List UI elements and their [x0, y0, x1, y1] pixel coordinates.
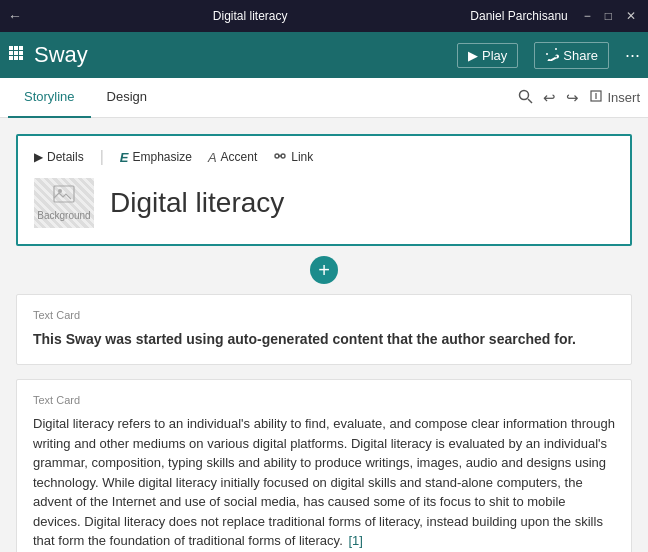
svg-rect-1 — [14, 46, 18, 50]
title-card: ▶ Details | E Emphasize A Accent Link — [16, 134, 632, 246]
svg-rect-3 — [9, 51, 13, 55]
insert-button[interactable]: Insert — [589, 89, 640, 106]
title-bar: ← Digital literacy Daniel Parchisanu − □… — [0, 0, 648, 32]
main-title[interactable]: Digital literacy — [110, 187, 284, 219]
window-title: Digital literacy — [30, 9, 470, 23]
tab-design[interactable]: Design — [91, 78, 163, 118]
details-arrow-icon: ▶ — [34, 150, 43, 164]
emphasize-icon: E — [120, 150, 129, 165]
accent-label: Accent — [221, 150, 258, 164]
text-card-1-content[interactable]: This Sway was started using auto-generat… — [33, 329, 615, 350]
undo-icon[interactable]: ↩ — [543, 89, 556, 107]
restore-button[interactable]: □ — [601, 9, 616, 23]
close-button[interactable]: ✕ — [622, 9, 640, 23]
text-card-2: Text Card Digital literacy refers to an … — [16, 379, 632, 552]
grid-icon[interactable] — [8, 45, 24, 65]
details-label: Details — [47, 150, 84, 164]
text-card-1-label: Text Card — [33, 309, 615, 321]
main-content[interactable]: ▶ Details | E Emphasize A Accent Link — [0, 118, 648, 552]
link-icon — [273, 150, 287, 164]
svg-rect-0 — [9, 46, 13, 50]
svg-rect-7 — [14, 56, 18, 60]
app-actions: ▶ Play Share ··· — [457, 42, 640, 69]
svg-line-10 — [528, 99, 532, 103]
insert-icon — [589, 89, 603, 106]
redo-icon[interactable]: ↪ — [566, 89, 579, 107]
background-thumbnail[interactable]: Background — [34, 178, 94, 228]
emphasize-button[interactable]: E Emphasize — [120, 150, 192, 165]
app-logo: Sway — [34, 42, 88, 68]
more-button[interactable]: ··· — [625, 45, 640, 66]
background-label: Background — [37, 210, 90, 221]
link-button[interactable]: Link — [273, 150, 313, 164]
tab-bar: Storyline Design ↩ ↪ Insert — [0, 78, 648, 118]
citation-link[interactable]: [1] — [348, 533, 362, 548]
tab-actions: ↩ ↪ Insert — [518, 89, 640, 107]
back-button[interactable]: ← — [8, 8, 22, 24]
svg-rect-6 — [9, 56, 13, 60]
details-button[interactable]: ▶ Details — [34, 150, 84, 164]
minimize-button[interactable]: − — [580, 9, 595, 23]
share-icon — [545, 47, 559, 64]
share-button[interactable]: Share — [534, 42, 609, 69]
accent-button[interactable]: A Accent — [208, 150, 257, 165]
text-card-1: Text Card This Sway was started using au… — [16, 294, 632, 365]
window-controls: − □ ✕ — [580, 9, 640, 23]
text-card-2-label: Text Card — [33, 394, 615, 406]
svg-rect-5 — [19, 51, 23, 55]
tab-storyline[interactable]: Storyline — [8, 78, 91, 118]
svg-rect-13 — [54, 186, 74, 202]
svg-rect-2 — [19, 46, 23, 50]
link-label: Link — [291, 150, 313, 164]
card-toolbar: ▶ Details | E Emphasize A Accent Link — [34, 148, 614, 166]
add-card-button[interactable]: + — [310, 256, 338, 284]
play-icon: ▶ — [468, 48, 478, 63]
user-name: Daniel Parchisanu — [470, 9, 567, 23]
svg-rect-4 — [14, 51, 18, 55]
app-bar: Sway ▶ Play Share ··· — [0, 32, 648, 78]
play-button[interactable]: ▶ Play — [457, 43, 518, 68]
svg-rect-8 — [19, 56, 23, 60]
text-card-2-content[interactable]: Digital literacy refers to an individual… — [33, 414, 615, 551]
insert-label: Insert — [607, 90, 640, 105]
emphasize-label: Emphasize — [133, 150, 192, 164]
image-icon — [53, 185, 75, 208]
svg-point-9 — [520, 90, 529, 99]
accent-icon: A — [208, 150, 217, 165]
search-icon[interactable] — [518, 89, 533, 107]
title-body: Background Digital literacy — [34, 174, 614, 232]
svg-point-14 — [58, 189, 62, 193]
add-card-container: + — [16, 256, 632, 284]
